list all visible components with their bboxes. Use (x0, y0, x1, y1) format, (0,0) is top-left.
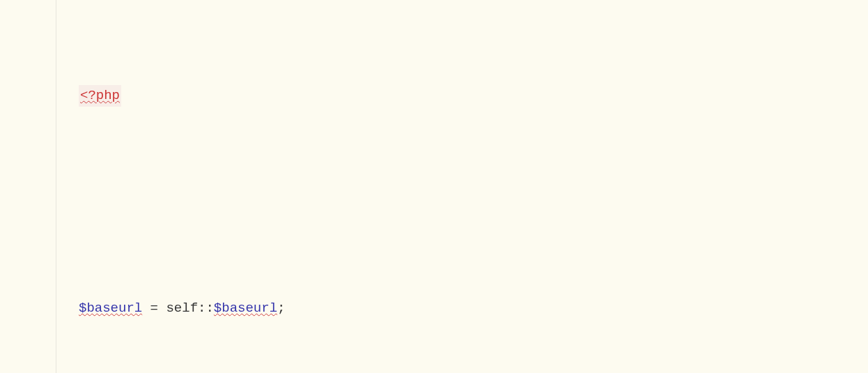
code-line-1: <?php (79, 85, 868, 107)
php-open-tag: <?php (79, 85, 121, 107)
gutter (0, 0, 56, 373)
op-scope: :: (198, 298, 214, 319)
semi: ; (277, 298, 285, 319)
kw-self: self (166, 298, 198, 319)
editor-pane: <?php $baseurl = self::$baseurl; // Load… (0, 0, 868, 373)
code-line-2 (79, 192, 868, 213)
code-line-3: $baseurl = self::$baseurl; (79, 298, 868, 319)
var-baseurl: $baseurl (79, 298, 142, 319)
code-area[interactable]: <?php $baseurl = self::$baseurl; // Load… (56, 0, 868, 373)
var-baseurl-static: $baseurl (214, 298, 277, 319)
op-eq: = (142, 298, 166, 319)
